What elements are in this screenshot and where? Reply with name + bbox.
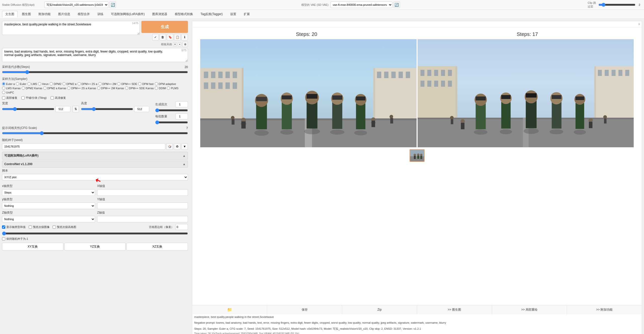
width-slider[interactable] bbox=[2, 107, 54, 111]
sampler-dpmpp2sakarras[interactable]: DPM++ 2S a Karras bbox=[67, 86, 96, 90]
tab-gallery[interactable]: 图库浏览器 bbox=[149, 11, 171, 18]
sampler-lms[interactable]: LMS bbox=[27, 82, 37, 85]
check-icon-btn[interactable]: ✓ bbox=[152, 34, 159, 40]
yz-swap-btn[interactable]: YZ互换 bbox=[64, 243, 126, 251]
zip-btn[interactable]: Zip bbox=[342, 305, 417, 314]
height-slider[interactable] bbox=[81, 107, 133, 111]
sampler-dpm2a[interactable]: DPM2 a bbox=[62, 82, 76, 85]
tab-extras[interactable]: 附加功能 bbox=[35, 11, 54, 18]
vae-refresh-btn[interactable]: 🔄 bbox=[393, 2, 400, 8]
xy-swap-btn[interactable]: XY互换 bbox=[2, 243, 63, 251]
style-settings-btn[interactable]: ⚙ bbox=[182, 41, 188, 47]
img2img-btn[interactable]: >> 图生图 bbox=[417, 305, 492, 314]
tab-pnginfo[interactable]: 图片信息 bbox=[55, 11, 73, 18]
negative-counter: 0/75 bbox=[182, 49, 186, 52]
tab-tagger[interactable]: Tag反推(Tagger) bbox=[197, 11, 226, 18]
preview-grid-check[interactable]: 预览次级图像 bbox=[29, 225, 50, 229]
sampler-dpmpp2m[interactable]: DPM++ 2M bbox=[98, 82, 116, 85]
preview-grid2-check[interactable]: 预览次级高格图 bbox=[53, 225, 76, 229]
sampler-dpm2karras[interactable]: DPM2 Karras bbox=[22, 86, 42, 90]
positive-prompt[interactable]: masterpiece, best quality,people walking… bbox=[2, 21, 140, 35]
z-type-label: Z轴类型 bbox=[2, 211, 95, 215]
seed-recycle-btn[interactable]: ♻ bbox=[174, 143, 180, 150]
x-val-container: X轴值 20-15(-3) bbox=[97, 184, 188, 196]
x-val-input[interactable]: 20-15(-3) bbox=[97, 189, 188, 196]
tab-img2img[interactable]: 图生图 bbox=[19, 11, 34, 18]
controlnet-collapsible[interactable]: ControlNet v1.1.200 ▲ bbox=[2, 161, 188, 168]
model-select[interactable]: 写实/realisticVision20_v20.safetensors [c0… bbox=[44, 2, 108, 8]
tab-txt2img[interactable]: 文生图 bbox=[2, 11, 18, 18]
svg-point-102 bbox=[603, 115, 607, 119]
height-row bbox=[81, 106, 149, 112]
style-dot-btn[interactable]: • bbox=[178, 42, 181, 46]
sampler-dpmppsde[interactable]: DPM++ SDE bbox=[117, 82, 137, 85]
margin-input[interactable] bbox=[175, 224, 188, 230]
clip-slider[interactable] bbox=[598, 3, 635, 7]
tiling-checkbox[interactable]: 平铺/分块 (Tiling) bbox=[21, 96, 47, 100]
lora-collapsible[interactable]: 可选附加网络(LoRA插件) ▲ bbox=[2, 152, 188, 160]
sampler-dpm2akarras[interactable]: DPM2 a Karras bbox=[43, 86, 66, 90]
script-select[interactable]: X/Y/Z plot bbox=[2, 174, 188, 180]
height-input[interactable] bbox=[134, 106, 149, 112]
svg-rect-6 bbox=[225, 72, 230, 78]
model-refresh-btn[interactable]: 🔄 bbox=[109, 2, 116, 8]
trash-icon-btn[interactable]: 🗑 bbox=[159, 34, 166, 40]
sampler-dpmfast[interactable]: DPM fast bbox=[138, 82, 153, 85]
y-type-select[interactable]: Nothing bbox=[2, 203, 95, 209]
seed-input[interactable]: 1541761975 bbox=[2, 143, 165, 150]
cfg-slider[interactable] bbox=[2, 131, 188, 135]
batch-count-slider[interactable] bbox=[155, 108, 188, 112]
info-icon-btn[interactable]: ℹ bbox=[181, 34, 188, 40]
hires-checkbox[interactable]: 高清修复 bbox=[51, 96, 66, 100]
steps-slider[interactable] bbox=[2, 70, 188, 74]
margin-slider[interactable] bbox=[2, 231, 188, 235]
sampler-lmskarras[interactable]: LMS Karras bbox=[2, 86, 21, 90]
x-type-select[interactable]: Steps bbox=[2, 189, 95, 196]
vae-select[interactable]: vae-ft-mse-840000-ema-pruned.safetensors bbox=[331, 2, 392, 8]
sampler-unipc[interactable]: UniPC bbox=[2, 91, 14, 94]
style-x-btn[interactable]: × bbox=[173, 42, 177, 46]
tab-lora[interactable]: 可选附加网络(LoRA插件) bbox=[108, 11, 148, 18]
generate-button[interactable]: 生成 bbox=[141, 21, 188, 33]
width-input[interactable] bbox=[55, 106, 70, 112]
sampler-dpm2[interactable]: DPM2 bbox=[50, 82, 61, 85]
tab-settings[interactable]: 设置 bbox=[227, 11, 239, 18]
tab-convert[interactable]: 模型格式转换 bbox=[172, 11, 196, 18]
inpaint-btn[interactable]: >> 局部重绘 bbox=[492, 305, 567, 314]
batch-count-input[interactable] bbox=[175, 101, 188, 107]
sampler-dpmpp2mkarras[interactable]: DPM++ 2M Karras bbox=[97, 86, 124, 90]
panel-close-btn[interactable]: × bbox=[638, 22, 640, 26]
soldiers-image-right[interactable] bbox=[418, 39, 634, 147]
z-val-input[interactable] bbox=[97, 216, 188, 222]
folder-btn[interactable]: 📁 bbox=[192, 305, 267, 314]
face-fix-checkbox[interactable]: 面部修复 bbox=[2, 96, 17, 100]
sampler-plms[interactable]: PLMS bbox=[167, 86, 178, 90]
batch-size-input[interactable] bbox=[175, 113, 188, 119]
sampler-dpmadaptive[interactable]: DPM adaptive bbox=[155, 82, 176, 85]
soldiers-image-left[interactable] bbox=[200, 39, 417, 147]
seed-dice-btn[interactable]: 🎲 bbox=[166, 143, 173, 150]
tab-train[interactable]: 训练 bbox=[94, 11, 107, 18]
bookmark-icon-btn[interactable]: 🔖 bbox=[167, 34, 173, 40]
y-val-input[interactable] bbox=[97, 203, 188, 209]
negative-prompt[interactable]: lowres, bad anatomy, bad hands, text, er… bbox=[2, 48, 188, 62]
sampler-euler[interactable]: Euler bbox=[16, 82, 26, 85]
extras-btn[interactable]: >> 附加功能 bbox=[567, 305, 642, 314]
save-btn[interactable]: 保存 bbox=[267, 305, 342, 314]
copy-icon-btn[interactable]: 📋 bbox=[174, 34, 181, 40]
sampler-dppppsdekarras[interactable]: DPM++ SDE Karras bbox=[125, 86, 154, 90]
sampler-heun[interactable]: Heun bbox=[38, 82, 49, 85]
z-type-select[interactable]: Nothing bbox=[2, 216, 95, 222]
sampler-euler-a[interactable]: Euler a bbox=[2, 82, 15, 85]
seed-extra-btn[interactable]: ▼ bbox=[181, 143, 188, 150]
sampler-dpmpp2sa[interactable]: DPM++ 2S a bbox=[77, 82, 97, 85]
xz-swap-btn[interactable]: XZ互换 bbox=[127, 243, 188, 251]
tab-merge[interactable]: 模型合并 bbox=[74, 11, 93, 18]
tab-extensions[interactable]: 扩展 bbox=[240, 11, 253, 18]
sampler-ddim[interactable]: DDIM bbox=[155, 86, 166, 90]
thumbnail-item[interactable] bbox=[410, 149, 425, 162]
keep-seed-check[interactable]: 保持随机种子为-1 bbox=[2, 237, 188, 241]
batch-size-slider[interactable] bbox=[155, 120, 188, 124]
show-labels-check[interactable]: 显示轴类型和值 bbox=[2, 225, 26, 229]
width-height-swap-btn[interactable]: ⇅ bbox=[72, 106, 79, 112]
